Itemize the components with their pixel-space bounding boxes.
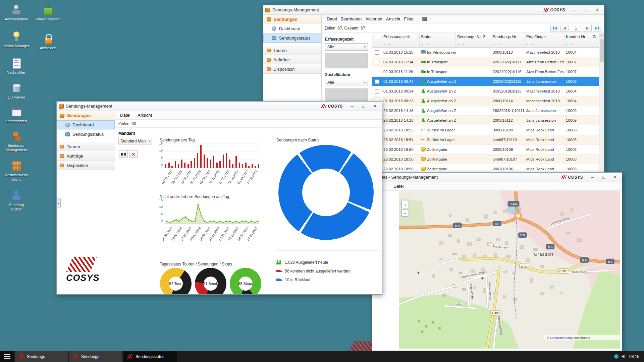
taskbar-button-sendungs-1[interactable]: Sendungs- <box>15 351 68 362</box>
table-row[interactable]: 01.03.2018 09:47Ausgeliefert an Zi220220… <box>372 77 604 86</box>
cosys-stripes-icon <box>72 354 78 359</box>
last-page-button[interactable]: ▶ <box>593 25 601 32</box>
menu-ansicht[interactable]: Ansicht <box>138 113 152 118</box>
sidebar-item-sendungsstatus[interactable]: Sendungsstatus <box>57 130 115 139</box>
row-checkbox[interactable] <box>375 70 379 74</box>
table-row[interactable]: 23.02.2018 18:50Zollfreigabe3000|10108Mi… <box>372 145 604 155</box>
first-page-button[interactable]: ◀ <box>550 25 559 32</box>
row-checkbox[interactable] <box>375 60 379 64</box>
menu-datei[interactable]: Datei <box>327 16 337 21</box>
zustelldatum-select[interactable]: Alle▾ <box>325 79 368 86</box>
table-row[interactable]: 23.02.2018 18:54Zurück im Lagerjom987|10… <box>372 135 604 145</box>
sidebar-item-auftraege[interactable]: Aufträge <box>57 151 115 161</box>
close-button[interactable] <box>593 7 602 13</box>
svg-text:B 6: B 6 <box>520 234 525 237</box>
dashboard-window: Sendungs-Management COSYS Sendungen Dash… <box>56 101 382 295</box>
zoom-in-button[interactable]: + <box>401 201 409 208</box>
desktop-icon-administration[interactable]: Administration <box>3 4 30 21</box>
sidebar-item-touren[interactable]: Touren <box>263 46 321 55</box>
menu-ansicht[interactable]: Ansicht <box>386 16 400 21</box>
desktop-icon-modul-manager[interactable]: Modul Manager <box>3 31 30 48</box>
taskbar-button-sendungsstatus[interactable]: Sendungsstatus <box>123 351 177 362</box>
volume-icon[interactable] <box>622 355 626 359</box>
maximize-button[interactable] <box>599 174 608 181</box>
menu-datei[interactable]: Datei <box>120 113 130 118</box>
globe-icon <box>272 26 276 31</box>
openstreetmap-link[interactable]: OpenStreetMap <box>550 336 573 340</box>
page-number-input[interactable]: 1 <box>570 25 582 32</box>
title-bar[interactable]: Sendungs-Management COSYS <box>57 102 382 111</box>
table-row[interactable]: 01.03.2018 09:24Ausgeliefert an Zi010320… <box>372 86 604 96</box>
desktop-icon-stammdaten[interactable]: Stammdaten <box>3 106 30 123</box>
col-empfaenger[interactable]: Empfänger▲ ▼ <box>525 33 565 47</box>
close-button[interactable] <box>610 174 620 181</box>
svg-text:K 307: K 307 <box>559 269 567 273</box>
table-row[interactable]: 23.02.2018 18:55Zurück im Lager3000|1010… <box>372 125 604 135</box>
sidebar-item-auftraege[interactable]: Aufträge <box>263 55 321 64</box>
col-status[interactable]: Status▲ ▼ <box>420 33 456 47</box>
col-sendungs-nr-2[interactable]: Sendungs-Nr. 2▲ ▼ <box>456 33 491 47</box>
sidebar-item-touren[interactable]: Touren <box>57 142 115 151</box>
sidebar-item-sendungen[interactable]: Sendungen <box>57 111 115 120</box>
menu-datei[interactable]: Datei <box>393 184 404 189</box>
zoom-out-button[interactable]: − <box>401 209 409 217</box>
row-checkbox[interactable] <box>375 79 379 84</box>
desktop-icon-wareneingang[interactable]: Waren eingang <box>34 4 62 21</box>
desktop-icon-nachrichten[interactable]: Nachrichten <box>3 57 30 75</box>
minimize-button[interactable] <box>347 103 357 110</box>
network-icon[interactable] <box>614 354 619 359</box>
maximize-button[interactable] <box>581 7 591 13</box>
clear-button[interactable] <box>129 150 138 158</box>
minimize-button[interactable] <box>570 7 579 13</box>
table-row[interactable]: 26.02.2018 14:18Ausgeliefert an Zi2003|1… <box>372 116 604 125</box>
svg-text:L 493: L 493 <box>492 311 499 315</box>
sidebar-item-disposition[interactable]: Disposition <box>57 161 115 170</box>
row-checkbox[interactable] <box>375 89 379 94</box>
col-erfassungszeit[interactable]: Erfassungszeit▲ ▼ <box>382 33 420 47</box>
desktop-icon-abmelden[interactable]: Abmelden <box>34 33 62 50</box>
close-button[interactable] <box>370 103 380 110</box>
table-row[interactable]: 02.03.2018 11:26In Transport22022022|101… <box>372 67 604 77</box>
minimize-button[interactable] <box>588 174 597 181</box>
status-icon <box>421 89 426 93</box>
select-all-checkbox[interactable] <box>375 35 379 39</box>
title-bar[interactable]: Sendungs-Management COSYS <box>263 5 604 15</box>
line-chart-title: Nicht auslieferbare Sendungen am Tag <box>160 194 229 199</box>
map-canvas[interactable]: + − <box>399 191 620 349</box>
desktop-icon-sendungs-management[interactable]: Sendungs-Management <box>3 130 30 152</box>
prev-page-button[interactable]: ◀ <box>560 25 569 32</box>
title-bar[interactable]: Details - Sendungs-Management COSYS <box>372 173 622 182</box>
start-menu-button[interactable] <box>0 351 14 362</box>
sidebar-item-sendungsstatus[interactable]: Sendungsstatus <box>263 34 321 43</box>
menu-extra-icon[interactable] <box>422 17 427 21</box>
table-row[interactable]: 01.03.2018 09:23Ausgeliefert an Zi2000|1… <box>372 96 604 106</box>
table-row[interactable]: 23.02.2018 18:50Zollfreigabejom987|10107… <box>372 155 604 164</box>
mandant-select[interactable]: Standard Man▾ <box>118 138 152 144</box>
cosys-logo-large: COSYS <box>66 257 106 283</box>
erfassungszeit-select[interactable]: Alle▾ <box>325 43 368 51</box>
col-kunden-nr[interactable]: Kunden-Nr.▲ ▼ <box>565 33 591 47</box>
red-x-icon <box>132 152 136 157</box>
menu-filter[interactable]: Filter <box>404 16 414 21</box>
sidebar-item-dashboard[interactable]: Dashboard <box>263 24 321 34</box>
maximize-button[interactable] <box>359 103 368 110</box>
search-binoculars-button[interactable] <box>119 150 128 158</box>
desktop-icon-db-viewer[interactable]: DB Viewer <box>3 82 30 100</box>
menu-aktionen[interactable]: Aktionen <box>365 16 382 21</box>
table-row[interactable]: 02.03.2018 11:34In Transport22022022|101… <box>372 57 604 67</box>
taskbar-button-sendungs-2[interactable]: Sendungs- <box>69 351 123 362</box>
table-row[interactable]: 02.03.2018 15:28für Verladung vor3000|10… <box>372 48 604 57</box>
sidebar-item-disposition[interactable]: Disposition <box>263 64 321 74</box>
sidebar-item-dashboard[interactable]: Dashboard <box>57 120 115 130</box>
table-row[interactable]: 26.02.2018 14:18Ausgeliefert an Zi260220… <box>372 106 604 116</box>
desktop-icon-bestandsverwaltung[interactable]: Bestandsverw altung <box>3 160 30 181</box>
menu-bearbeiten[interactable]: Bearbeiten <box>340 16 362 21</box>
row-checkbox[interactable] <box>375 50 379 55</box>
sidebar-item-sendungen[interactable]: Sendungen <box>263 15 321 24</box>
col-sendungs-nr[interactable]: Sendungs-Nr.▲ ▼ <box>491 33 525 47</box>
desktop-icon-sendung-suchen[interactable]: Sendung suchen <box>3 190 30 211</box>
collapse-sidebar-tab[interactable]: ◂ <box>56 198 61 208</box>
scrollbar-thumb[interactable] <box>600 39 604 62</box>
next-page-button[interactable]: ▶ <box>583 25 592 32</box>
scroll-up-icon[interactable]: ▲ <box>599 33 604 38</box>
